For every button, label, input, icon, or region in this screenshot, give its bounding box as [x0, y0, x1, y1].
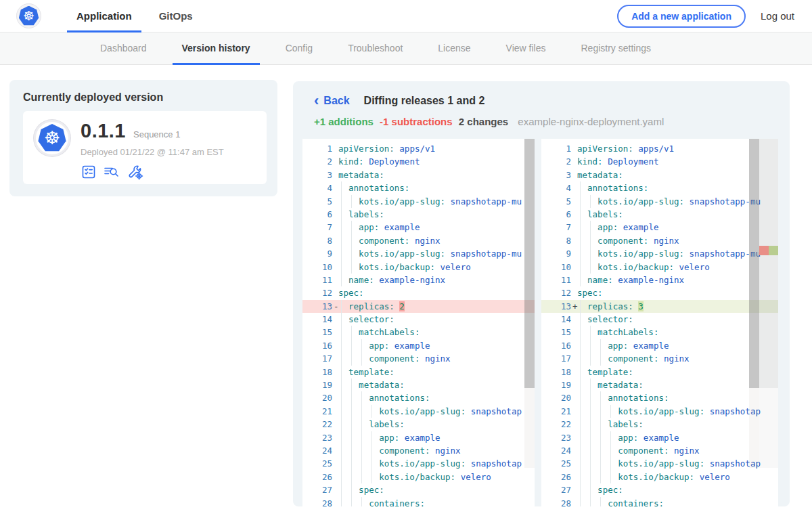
code-line: 22 labels:: [541, 418, 778, 431]
back-link[interactable]: ‹ Back: [314, 95, 350, 107]
diff-pane-modified[interactable]: 1apiVersion: apps/v12kind: Deployment3me…: [541, 139, 778, 506]
code-line: 22 labels:: [302, 418, 535, 431]
code-line: 24 component: nginx: [541, 444, 778, 457]
ruler-addition-marker: [769, 246, 778, 255]
app-logo-icon: ☸: [34, 120, 70, 156]
code-line: 3metadata:: [541, 169, 778, 181]
code-line: 14 selector:: [541, 313, 778, 326]
code-line: 18 template:: [302, 366, 535, 378]
code-line: 12spec:: [541, 286, 778, 299]
code-line: 12spec:: [302, 286, 535, 299]
code-line: 7 app: example: [541, 221, 778, 234]
code-line: 11 name: example-nginx: [302, 274, 535, 286]
chevron-left-icon: ‹: [314, 95, 319, 106]
code-line: 14 selector:: [302, 313, 535, 326]
main-content: Currently deployed version ☸ 0.1.1 Seque…: [0, 65, 812, 520]
config-icon[interactable]: [127, 163, 144, 181]
code-line: 13- replicas: 2: [302, 300, 535, 313]
ruler-deletion-marker: [759, 246, 769, 255]
checklist-icon[interactable]: [81, 164, 97, 180]
code-line: 23 app: example: [541, 431, 778, 444]
code-line: 4 annotations:: [302, 181, 535, 194]
code-line: 15 matchLabels:: [541, 326, 778, 339]
code-line: 19 metadata:: [541, 378, 778, 391]
sequence-label: Sequence 1: [133, 129, 180, 139]
subnav-tab-registry-settings[interactable]: Registry settings: [563, 32, 668, 64]
diff-card: ‹ Back Diffing releases 1 and 2 +1 addit…: [293, 81, 790, 506]
code-line: 25 kots.io/app-slug: snapshotap: [541, 457, 778, 470]
code-line: 20 annotations:: [302, 391, 535, 404]
code-line: 21 kots.io/app-slug: snapshotap: [302, 405, 535, 418]
subnav-tab-view-files[interactable]: View files: [489, 32, 564, 64]
code-line: 3metadata:: [302, 169, 535, 181]
code-lines-original: 1apiVersion: apps/v12kind: Deployment3me…: [302, 139, 535, 506]
logout-link[interactable]: Log out: [761, 10, 794, 22]
diff-pane-original[interactable]: 1apiVersion: apps/v12kind: Deployment3me…: [302, 139, 535, 506]
code-line: 8 component: nginx: [541, 234, 778, 247]
code-line: 6 labels:: [302, 208, 535, 221]
tab-application[interactable]: Application: [63, 0, 145, 32]
code-line: 18 template:: [541, 366, 778, 378]
code-line: 20 annotations:: [541, 391, 778, 404]
code-line: 2kind: Deployment: [302, 155, 535, 168]
deployed-version-title: Currently deployed version: [9, 80, 277, 104]
code-line: 10 kots.io/backup: velero: [541, 261, 778, 274]
subnav-tab-license[interactable]: License: [420, 32, 488, 64]
subnav-tab-troubleshoot[interactable]: Troubleshoot: [330, 32, 420, 64]
code-line: 6 labels:: [541, 208, 778, 221]
tab-gitops[interactable]: GitOps: [145, 0, 206, 32]
code-line: 9 kots.io/app-slug: snapshotapp-mu: [302, 247, 535, 260]
code-line: 11 name: example-nginx: [541, 274, 778, 286]
add-application-button[interactable]: Add a new application: [617, 5, 746, 28]
code-line: 26 kots.io/backup: velero: [302, 471, 535, 483]
code-line: 5 kots.io/app-slug: snapshotapp-mu: [302, 195, 535, 208]
app-subnav: Dashboard Version history Config Trouble…: [0, 32, 812, 65]
code-line: 10 kots.io/backup: velero: [302, 261, 535, 274]
code-line: 17 component: nginx: [541, 352, 778, 365]
code-lines-modified: 1apiVersion: apps/v12kind: Deployment3me…: [541, 139, 778, 506]
top-navbar: ☸ Application GitOps Add a new applicati…: [0, 0, 812, 32]
code-line: 27 spec:: [541, 483, 778, 496]
diff-title: Diffing releases 1 and 2: [364, 95, 485, 107]
kubernetes-logo-icon: ☸: [16, 3, 41, 28]
code-line: 2kind: Deployment: [541, 155, 778, 168]
code-line: 24 component: nginx: [302, 444, 535, 457]
scrollbar-thumb[interactable]: [524, 139, 535, 388]
deployed-timestamp: Deployed 01/21/22 @ 11:47 am EST: [81, 147, 224, 157]
code-line: 13+ replicas: 3: [541, 300, 778, 313]
code-line: 19 metadata:: [302, 378, 535, 391]
deployed-version-card: Currently deployed version ☸ 0.1.1 Seque…: [9, 80, 277, 196]
code-line: 15 matchLabels:: [302, 326, 535, 339]
code-line: 27 spec:: [302, 483, 535, 496]
subnav-tab-version-history[interactable]: Version history: [164, 32, 268, 64]
code-line: 17 component: nginx: [302, 352, 535, 365]
code-line: 25 kots.io/app-slug: snapshotap: [302, 457, 535, 470]
diff-overview-ruler: [759, 139, 778, 388]
code-line: 28 containers:: [302, 497, 535, 506]
subnav-tab-config[interactable]: Config: [268, 32, 330, 64]
code-line: 4 annotations:: [541, 181, 778, 194]
code-line: 26 kots.io/backup: velero: [541, 471, 778, 483]
changes-count: 2 changes: [459, 116, 508, 127]
subtractions-count: -1 subtractions: [380, 116, 453, 127]
diff-filename: example-nginx-deployment.yaml: [518, 116, 664, 127]
scrollbar-track: [524, 388, 535, 468]
version-number: 0.1.1: [81, 120, 126, 142]
code-line: 1apiVersion: apps/v1: [302, 142, 535, 155]
subnav-tab-dashboard[interactable]: Dashboard: [83, 32, 164, 64]
code-line: 9 kots.io/app-slug: snapshotapp-mu: [541, 247, 778, 260]
release-notes-icon[interactable]: [103, 164, 120, 180]
diff-stats: +1 additions -1 subtractions 2 changes e…: [293, 107, 790, 127]
code-line: 16 app: example: [541, 339, 778, 352]
code-line: 28 containers:: [541, 497, 778, 506]
code-line: 5 kots.io/app-slug: snapshotapp-mu: [541, 195, 778, 208]
code-line: 8 component: nginx: [302, 234, 535, 247]
code-line: 23 app: example: [302, 431, 535, 444]
code-line: 16 app: example: [302, 339, 535, 352]
diff-overview-ruler-track: [759, 388, 778, 468]
additions-count: +1 additions: [314, 116, 374, 127]
code-line: 21 kots.io/app-slug: snapshotap: [541, 405, 778, 418]
scrollbar-track: [749, 388, 759, 468]
code-line: 7 app: example: [302, 221, 535, 234]
scrollbar-thumb[interactable]: [749, 139, 759, 388]
